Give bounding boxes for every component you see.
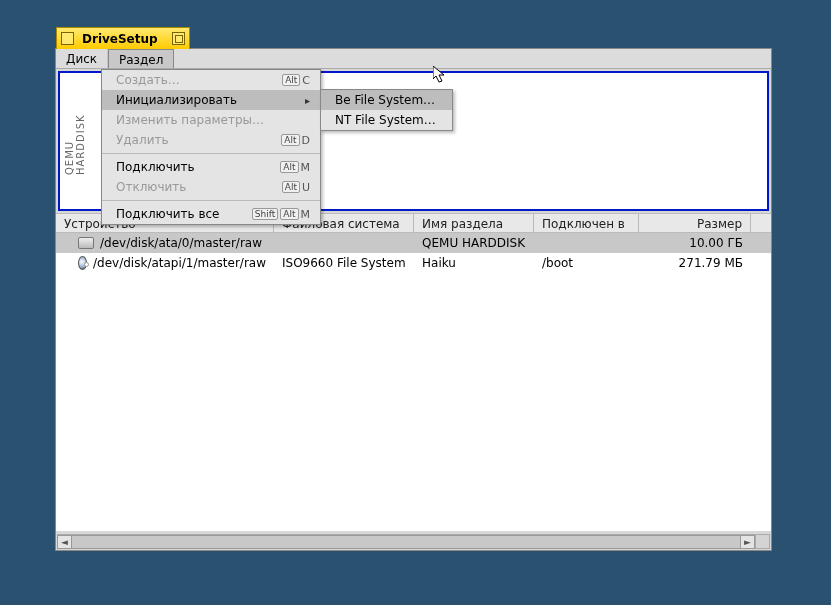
menu-initialize[interactable]: Инициализировать ▸ Be File System… NT Fi…	[102, 90, 320, 110]
submenu-ntfs[interactable]: NT File System…	[321, 110, 452, 130]
submenu-arrow-icon: ▸	[305, 95, 310, 106]
menu-unmount[interactable]: Отключить AltU	[102, 177, 320, 197]
cell-size: 271.79 МБ	[639, 256, 751, 270]
scrollbar-horizontal[interactable]: ◄ ►	[57, 534, 755, 549]
cell-device: /dev/disk/atapi/1/master/raw	[93, 256, 266, 270]
menu-mount-all[interactable]: Подключить все ShiftAltM	[102, 204, 320, 224]
window: DriveSetup Диск Раздел QEMU HARDDISK Уст…	[55, 48, 772, 551]
cell-mount: /boot	[534, 256, 639, 270]
resize-corner[interactable]	[755, 534, 770, 549]
col-name[interactable]: Имя раздела	[414, 214, 534, 232]
scroll-right-button[interactable]: ►	[740, 535, 755, 549]
initialize-submenu: Be File System… NT File System…	[320, 89, 453, 131]
zoom-button[interactable]	[172, 32, 185, 45]
menu-create[interactable]: Создать… AltC	[102, 70, 320, 90]
titlebar[interactable]: DriveSetup	[56, 27, 190, 49]
shortcut: AltU	[282, 181, 310, 194]
device-list: /dev/disk/ata/0/master/raw QEMU HARDDISK…	[56, 233, 771, 531]
menu-disk[interactable]: Диск	[56, 49, 108, 68]
scroll-left-button[interactable]: ◄	[57, 535, 72, 549]
table-row[interactable]: /dev/disk/ata/0/master/raw QEMU HARDDISK…	[56, 233, 771, 253]
shortcut: AltC	[282, 74, 310, 87]
window-title: DriveSetup	[80, 32, 166, 46]
menu-delete[interactable]: Удалить AltD	[102, 130, 320, 150]
cell-name: QEMU HARDDISK	[414, 236, 534, 250]
disk-map-label: QEMU HARDDISK	[64, 107, 86, 175]
menu-change-params[interactable]: Изменить параметры…	[102, 110, 320, 130]
cell-name: Haiku	[414, 256, 534, 270]
menu-separator	[102, 153, 320, 154]
col-size[interactable]: Размер	[639, 214, 751, 232]
col-mount[interactable]: Подключен в	[534, 214, 639, 232]
menu-separator	[102, 200, 320, 201]
shortcut: AltM	[280, 161, 310, 174]
partition-menu: Создать… AltC Инициализировать ▸ Be File…	[101, 69, 321, 225]
cd-icon	[78, 256, 87, 270]
menubar: Диск Раздел	[56, 49, 771, 69]
cell-fs: ISO9660 File System	[274, 256, 414, 270]
submenu-bfs[interactable]: Be File System…	[321, 90, 452, 110]
table-row[interactable]: /dev/disk/atapi/1/master/raw ISO9660 Fil…	[56, 253, 771, 273]
harddisk-icon	[78, 237, 94, 249]
scroll-track[interactable]	[72, 535, 740, 549]
cell-device: /dev/disk/ata/0/master/raw	[100, 236, 262, 250]
close-button[interactable]	[61, 32, 74, 45]
menu-mount[interactable]: Подключить AltM	[102, 157, 320, 177]
cell-size: 10.00 ГБ	[639, 236, 751, 250]
menu-partition[interactable]: Раздел	[108, 49, 174, 68]
shortcut: ShiftAltM	[252, 208, 310, 221]
shortcut: AltD	[281, 134, 310, 147]
